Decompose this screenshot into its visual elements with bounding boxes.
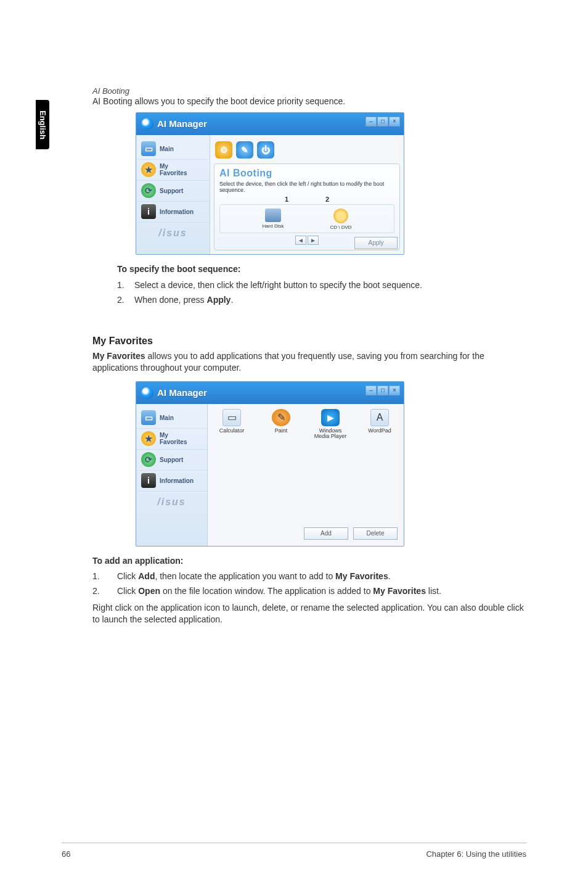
list-text: Click Add, then locate the application y… <box>117 571 391 581</box>
boot-sequence-heading: To specify the boot sequence: <box>117 263 526 275</box>
sidebar: ▭ Main ★ My Favorites ⟳ Support i Inform… <box>136 404 208 546</box>
text-fragment: , then locate the application you want t… <box>155 571 335 581</box>
app-logo-icon <box>141 118 153 130</box>
ai-manager-window-favorites: AI Manager – □ × ▭ Main ★ My Favorites ⟳ <box>136 381 404 547</box>
content-area: ⚙ ✎ ⏻ AI Booting Select the device, then… <box>210 135 404 254</box>
panel-title: AI Booting <box>219 168 394 179</box>
asus-logo: /isus <box>136 223 210 245</box>
page-number: 66 <box>62 849 70 859</box>
sidebar-item-label: My Favorites <box>160 163 187 176</box>
sidebar-item-support[interactable]: ⟳ Support <box>136 450 207 471</box>
maximize-button[interactable]: □ <box>377 117 388 126</box>
post-text: Right click on the application icon to l… <box>92 602 526 625</box>
button-row: Add Delete <box>208 524 404 546</box>
boot-columns: 1 2 <box>219 196 394 203</box>
apply-button[interactable]: Apply <box>354 237 398 249</box>
toolbar-button-1[interactable]: ⚙ <box>215 141 232 159</box>
window-title: AI Manager <box>157 387 207 398</box>
window-controls: – □ × <box>365 386 400 395</box>
window-titlebar[interactable]: AI Manager – □ × <box>136 113 404 135</box>
main-icon: ▭ <box>141 410 156 425</box>
text-fragment: Click <box>117 571 138 581</box>
minimize-button[interactable]: – <box>365 117 377 126</box>
boot-devices: Hard Disk CD \ DVD <box>219 204 394 233</box>
add-app-heading: To add an application: <box>92 555 526 567</box>
ai-booting-desc: AI Booting allows you to specify the boo… <box>92 96 526 107</box>
col-num-1: 1 <box>285 196 288 203</box>
text-fragment: on the file location window. The applica… <box>160 586 373 596</box>
my-favorites-desc: My Favorites allows you to add applicati… <box>92 350 526 374</box>
list-text: Click Open on the file location window. … <box>117 586 441 596</box>
main-icon: ▭ <box>141 141 156 156</box>
favorite-app-wordpad[interactable]: A WordPad <box>362 409 398 434</box>
favorite-app-wmp[interactable]: ▶ Windows Media Player <box>312 409 348 440</box>
list-item: 2. Click Open on the file location windo… <box>92 586 526 596</box>
information-icon: i <box>141 473 156 488</box>
sidebar-item-label: Support <box>160 456 183 463</box>
list-text: Select a device, then click the left/rig… <box>134 280 422 290</box>
list-item: 2. When done, press Apply. <box>117 295 526 305</box>
boot-device-cddvd[interactable]: CD \ DVD <box>322 208 359 230</box>
text-bold: Add <box>138 571 155 581</box>
paint-icon: ✎ <box>272 409 290 426</box>
list-text: When done, press Apply. <box>134 295 233 305</box>
cd-dvd-icon <box>333 208 348 223</box>
window-title: AI Manager <box>157 118 207 129</box>
list-item: 1. Select a device, then click the left/… <box>117 280 526 290</box>
page-footer: 66 Chapter 6: Using the utilities <box>0 843 588 859</box>
delete-button[interactable]: Delete <box>353 527 398 540</box>
favorites-icon: ★ <box>141 431 156 446</box>
favorite-app-paint[interactable]: ✎ Paint <box>263 409 299 434</box>
favorite-label: Calculator <box>214 428 250 434</box>
sidebar-item-label: Support <box>160 188 183 194</box>
window-titlebar[interactable]: AI Manager – □ × <box>136 382 404 404</box>
window-controls: – □ × <box>365 117 400 126</box>
sidebar-item-label: Main <box>160 415 174 421</box>
left-button[interactable]: ◄ <box>295 236 306 245</box>
close-button[interactable]: × <box>389 386 400 395</box>
sidebar-item-label: My Favorites <box>160 432 187 445</box>
support-icon: ⟳ <box>141 452 156 467</box>
maximize-button[interactable]: □ <box>377 386 388 395</box>
media-player-icon: ▶ <box>321 409 340 426</box>
app-logo-icon <box>141 387 153 399</box>
sidebar-item-favorites[interactable]: ★ My Favorites <box>136 160 210 181</box>
support-icon: ⟳ <box>141 183 156 198</box>
favorite-app-calculator[interactable]: ▭ Calculator <box>214 409 250 434</box>
text-bold: Apply <box>207 295 231 305</box>
device-label: Hard Disk <box>255 223 292 229</box>
list-number: 1. <box>117 280 134 290</box>
chapter-label: Chapter 6: Using the utilities <box>426 849 526 859</box>
sidebar-item-support[interactable]: ⟳ Support <box>136 181 210 202</box>
hard-disk-icon <box>265 208 281 222</box>
text-bold: My Favorites <box>373 586 426 596</box>
sidebar-item-label: Information <box>160 477 194 484</box>
toolbar-button-3[interactable]: ⏻ <box>257 141 274 159</box>
text-bold: My Favorites <box>335 571 388 581</box>
close-button[interactable]: × <box>389 117 400 126</box>
add-button[interactable]: Add <box>304 527 348 540</box>
sidebar-item-information[interactable]: i Information <box>136 202 210 223</box>
right-button[interactable]: ► <box>308 236 319 245</box>
minimize-button[interactable]: – <box>365 386 377 395</box>
boot-device-harddisk[interactable]: Hard Disk <box>255 208 292 230</box>
favorite-label: Windows Media Player <box>312 428 348 440</box>
information-icon: i <box>141 204 156 219</box>
sidebar-item-favorites[interactable]: ★ My Favorites <box>136 429 207 450</box>
panel-subtitle: Select the device, then click the left /… <box>219 181 394 193</box>
text-fragment: allows you to add applications that you … <box>92 351 484 373</box>
text-fragment: When done, press <box>134 295 207 305</box>
text-fragment: . <box>388 571 391 581</box>
list-number: 2. <box>117 295 134 305</box>
text-bold: Open <box>138 586 160 596</box>
text-fragment: . <box>231 295 233 305</box>
sidebar-item-main[interactable]: ▭ Main <box>136 139 210 160</box>
sidebar-item-main[interactable]: ▭ Main <box>136 408 207 429</box>
favorites-icon: ★ <box>141 162 156 177</box>
col-num-2: 2 <box>325 196 329 203</box>
toolbar-button-2[interactable]: ✎ <box>236 141 253 159</box>
ai-booting-heading: AI Booting <box>92 86 526 96</box>
sidebar-item-information[interactable]: i Information <box>136 471 207 492</box>
list-number: 2. <box>92 586 117 596</box>
toolbar: ⚙ ✎ ⏻ <box>214 139 400 161</box>
